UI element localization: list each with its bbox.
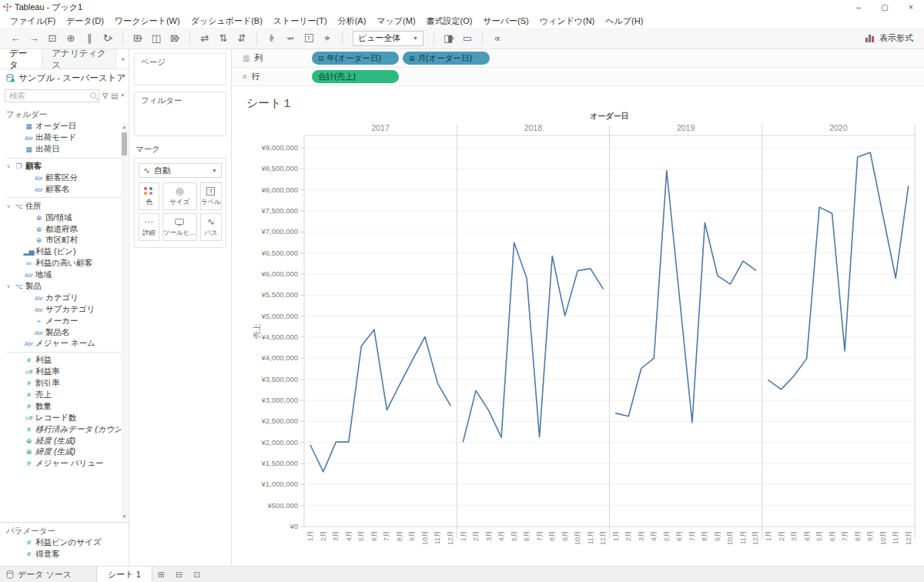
view-options-icon[interactable]: ▤ [111, 92, 118, 100]
presentation-mode-icon[interactable]: ▭ [459, 30, 476, 47]
save-icon[interactable]: ⊡ [44, 30, 61, 47]
close-button[interactable]: × [898, 0, 924, 14]
view-options-caret-icon[interactable]: ▾ [121, 92, 124, 99]
sort-ascending-icon[interactable]: ⇅ [215, 30, 232, 47]
field-25[interactable]: #割引率 [0, 378, 122, 390]
pause-auto-updates-icon[interactable]: ∥ [81, 30, 98, 47]
scroll-up-icon[interactable]: ▲ [121, 123, 128, 131]
show-captions-icon[interactable]: ◨ ▾ [440, 30, 457, 47]
minimize-button[interactable]: – [845, 0, 872, 14]
menu-item-5[interactable]: ストーリー(T) [268, 15, 333, 27]
field-2[interactable]: Abc出荷モード [0, 132, 122, 144]
parameter-2[interactable]: #得意客 [0, 549, 129, 560]
columns-shelf[interactable]: ▥ 列 ⊟年(オーダー日)⊞月(オーダー日) [232, 49, 924, 68]
line-series-2020[interactable] [768, 152, 909, 390]
new-story-icon[interactable]: ⊡ [188, 567, 206, 582]
share-icon[interactable]: ∝ [489, 30, 506, 47]
mark-button-label[interactable]: Tラベル [200, 182, 222, 210]
sort-descending-icon[interactable]: ⇵ [233, 30, 250, 47]
new-worksheet-icon[interactable]: ⊞ ▾ [129, 30, 146, 47]
datasource-tab[interactable]: データ ソース [0, 567, 82, 582]
field-1[interactable]: ▦オーダー日 [0, 121, 122, 132]
tab-data[interactable]: データ [0, 49, 42, 69]
field-24[interactable]: =#利益率 [0, 366, 122, 378]
pill-合計(売上)[interactable]: 合計(売上) [312, 70, 399, 83]
sheet-tab-active[interactable]: シート 1 [96, 567, 152, 582]
fit-selector[interactable]: ビュー全体▼ [353, 31, 424, 46]
highlight-icon[interactable]: ℓ ▾ [263, 30, 280, 47]
field-14[interactable]: ∞利益の高い顧客 [0, 258, 122, 269]
field-9[interactable]: ∨⌥住所 [0, 200, 122, 212]
field-20[interactable]: Abc製品名 [0, 326, 122, 338]
fields-scrollbar[interactable]: ▲ ▼ [121, 123, 128, 520]
rows-shelf[interactable]: ≡ 行 合計(売上) [232, 68, 924, 86]
redo-icon[interactable]: → [25, 30, 42, 47]
field-5[interactable]: ∨❐顧客 [0, 161, 122, 172]
collapse-pane-icon[interactable]: ◂ [116, 49, 129, 69]
field-31[interactable]: ⊕緯度 (生成) [0, 447, 122, 458]
swap-rows-columns-icon[interactable]: ⇄ [196, 30, 213, 47]
field-12[interactable]: ⊕市区町村 [0, 235, 122, 246]
field-19[interactable]: ⌁メーカー [0, 315, 122, 326]
field-3[interactable]: ▦出荷日 [0, 144, 122, 156]
new-data-source-icon[interactable]: ⊕ [62, 30, 79, 47]
pill-月(オーダー日)[interactable]: ⊞月(オーダー日) [403, 52, 490, 65]
undo-icon[interactable]: ← [7, 30, 24, 47]
field-32[interactable]: #メジャー バリュー [0, 458, 122, 470]
run-auto-updates-icon[interactable]: ↻ ▾ [99, 30, 116, 47]
clear-sheet-icon[interactable]: ⊠ ▾ [166, 30, 183, 47]
field-29[interactable]: #移行済みデータ (カウント) [0, 423, 122, 435]
fix-axes-icon[interactable]: ⌖ [319, 30, 336, 47]
field-26[interactable]: #売上 [0, 390, 122, 401]
field-23[interactable]: #利益 [0, 355, 122, 366]
sales-line-chart[interactable]: ¥0¥500,000¥1,000,000¥1,500,000¥2,000,000… [232, 108, 924, 554]
show-mark-labels-icon[interactable]: T [300, 30, 317, 47]
mark-type-dropdown[interactable]: ∿ 自動 ▼ [139, 163, 222, 178]
field-27[interactable]: #数量 [0, 400, 122, 412]
format-painter-icon[interactable]: ⌁ ▾ [282, 30, 299, 47]
pill-年(オーダー日)[interactable]: ⊟年(オーダー日) [312, 52, 399, 65]
line-series-2019[interactable] [616, 171, 756, 423]
mark-button-size[interactable]: ◎サイズ [162, 182, 197, 210]
scroll-down-icon[interactable]: ▼ [121, 513, 128, 520]
filter-fields-icon[interactable]: ∇ [102, 92, 108, 100]
search-input[interactable] [9, 91, 90, 100]
field-18[interactable]: Abcサブカテゴリ [0, 303, 122, 315]
field-7[interactable]: Abc顧客名 [0, 183, 122, 195]
field-6[interactable]: Abc顧客区分 [0, 172, 122, 184]
tab-analytics[interactable]: アナリティクス [42, 49, 116, 69]
field-17[interactable]: Abcカテゴリ [0, 292, 122, 303]
datasource-row[interactable]: サンプル - スーパーストア [0, 69, 129, 86]
menu-item-8[interactable]: 書式設定(O) [421, 15, 478, 27]
expand-caret-icon[interactable]: ∨ [5, 283, 12, 289]
field-28[interactable]: =#レコード数 [0, 412, 122, 423]
menu-item-3[interactable]: ワークシート(W) [109, 15, 186, 27]
menu-item-9[interactable]: サーバー(S) [478, 15, 534, 27]
scrollbar-thumb[interactable] [122, 132, 127, 156]
expand-caret-icon[interactable]: ∨ [5, 163, 12, 169]
show-me-button[interactable]: 表示形式 [865, 32, 918, 44]
field-21[interactable]: Abcメジャー ネーム [0, 338, 122, 350]
mark-button-color[interactable]: 色 [139, 182, 159, 210]
menu-item-4[interactable]: ダッシュボード(B) [186, 15, 268, 27]
search-box[interactable] [5, 89, 99, 102]
mark-button-path[interactable]: ∿パス [200, 213, 222, 241]
menu-item-7[interactable]: マップ(M) [371, 15, 420, 27]
menu-item-6[interactable]: 分析(A) [333, 15, 372, 27]
duplicate-sheet-icon[interactable]: ◫ [148, 30, 165, 47]
field-11[interactable]: ⊕都道府県 [0, 223, 122, 235]
expand-caret-icon[interactable]: ∨ [5, 203, 12, 209]
line-series-2017[interactable] [310, 329, 450, 472]
field-13[interactable]: ▂▅利益 (ビン) [0, 246, 122, 258]
menu-item-2[interactable]: データ(D) [61, 15, 109, 27]
field-30[interactable]: ⊕経度 (生成) [0, 435, 122, 447]
new-dashboard-icon[interactable]: ⊟ [170, 567, 188, 582]
menu-item-1[interactable]: ファイル(F) [5, 15, 61, 27]
line-series-2018[interactable] [464, 242, 604, 442]
pill-expand-icon[interactable]: ⊟ [318, 55, 324, 62]
menu-item-11[interactable]: ヘルプ(H) [600, 15, 648, 27]
field-16[interactable]: ∨⌥製品 [0, 281, 122, 293]
new-worksheet-icon[interactable]: ⊞ [152, 567, 170, 582]
field-15[interactable]: Abc地域 [0, 269, 122, 281]
mark-button-tooltip[interactable]: ツールヒ… [162, 213, 197, 241]
